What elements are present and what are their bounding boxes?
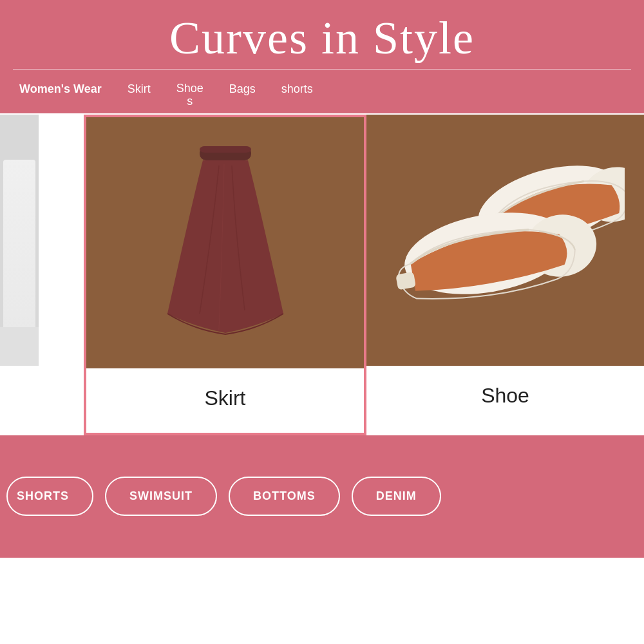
nav-shoes[interactable]: Shoe s: [176, 82, 204, 113]
nav-shoes-line1: Shoe: [176, 82, 204, 95]
nav-skirt[interactable]: Skirt: [128, 82, 151, 101]
header-divider: [13, 69, 631, 70]
shoe-image-wrap: [366, 115, 644, 366]
nav-shoes-line2: s: [187, 95, 193, 108]
navigation: Women's Wear Skirt Shoe s Bags shorts: [0, 76, 644, 113]
skirt-label[interactable]: Skirt: [86, 368, 364, 433]
shoe-label[interactable]: Shoe: [366, 366, 644, 430]
svg-rect-7: [395, 272, 416, 290]
shorts-pill[interactable]: SHORTS: [6, 477, 93, 516]
product-card-shoe[interactable]: Shoe: [366, 115, 644, 435]
nav-shorts[interactable]: shorts: [281, 82, 313, 101]
product-section: Skirt: [0, 115, 644, 435]
bottoms-pill[interactable]: BOTTOMS: [229, 477, 340, 516]
partial-product-image: [0, 115, 39, 366]
denim-pill[interactable]: DENIM: [352, 477, 441, 516]
product-card-partial: [0, 115, 84, 435]
partial-product-label: [0, 366, 84, 430]
swimsuit-pill[interactable]: SWIMSUIT: [105, 477, 217, 516]
header: Curves in Style: [0, 0, 644, 76]
logo: Curves in Style: [0, 13, 644, 69]
shoe-illustration: [386, 137, 625, 343]
nav-bags[interactable]: Bags: [229, 82, 256, 101]
dress-ruffle: [0, 327, 39, 366]
svg-rect-1: [200, 146, 251, 153]
skirt-illustration: [155, 133, 296, 352]
skirt-image-wrap: [86, 117, 364, 368]
dress-shape: [3, 160, 35, 366]
bottom-banner: SHORTS SWIMSUIT BOTTOMS DENIM: [0, 435, 644, 558]
nav-womens-wear[interactable]: Women's Wear: [19, 82, 102, 101]
product-card-skirt[interactable]: Skirt: [84, 115, 366, 435]
